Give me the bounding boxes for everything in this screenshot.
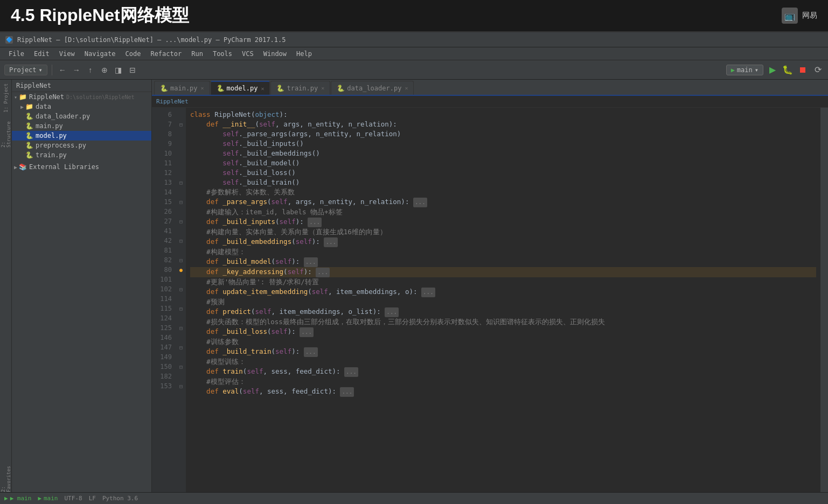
toolbar-up-btn[interactable]: ↑ [85,64,96,76]
toolbar: Project ▾ ← → ↑ ⊕ ◨ ⊟ ▶ main ▾ ▶ 🐛 ⏹ ⟳ [0,60,828,80]
pycharm-icon: 🔷 [5,36,13,44]
right-scrollbar[interactable] [820,108,828,492]
status-utf8: UTF-8 [65,495,82,502]
code-line-80: def _key_addressing(self): ... [190,267,816,277]
gutter-fold-147[interactable]: ⊟ [177,342,185,352]
menu-help[interactable]: Help [292,49,316,59]
gutter-fold-27[interactable]: ⊟ [177,216,185,226]
project-dropdown-arrow: ▾ [39,66,43,74]
status-bar: ▶ ▶ main ▶ main UTF-8 LF Python 3.6 [0,492,828,504]
toolbar-split-btn[interactable]: ◨ [113,64,124,76]
gutter-fold-153[interactable]: ⊟ [177,381,185,391]
status-run2-label: main [44,495,58,502]
run-button[interactable]: ▶ [767,64,778,76]
code-line-101: #更新'物品向量': 替换/求和/转置 [190,277,816,287]
tree-body: ▾ 📁 RippleNet D:\solution\RippleNet ▶ 📁 … [12,92,151,492]
gutter-fold-102[interactable]: ⊟ [177,284,185,294]
debug-button[interactable]: 🐛 [782,64,794,76]
menu-code[interactable]: Code [121,49,145,59]
status-run2-icon: ▶ [38,495,41,502]
toolbar-forward-btn[interactable]: → [71,64,82,76]
code-line-6: class RippleNet(object): [190,110,816,120]
stop-button[interactable]: ⏹ [797,64,809,76]
code-line-150: def train(self, sess, feed_dict): ... [190,367,816,377]
tab-label-data-loader: data_loader.py [347,85,401,92]
tab-close-data-loader[interactable]: ✕ [405,85,408,91]
gutter-fold-115[interactable]: ⊟ [177,304,185,313]
tree-item-train[interactable]: ▶ 🐍 train.py [12,150,151,160]
gutter-81 [177,246,185,255]
sidebar-item-project[interactable]: 1: Project [1,82,11,114]
run-config-arrow: ▾ [755,66,759,74]
main-layout: 1: Project 2: Structure 2: Favorites Rip… [0,80,828,492]
gutter-fold-82[interactable]: ⊟ [177,255,185,265]
toolbar-add-btn[interactable]: ⊕ [99,64,110,76]
toolbar-sep-1 [52,65,52,75]
tree-item-ext-libs[interactable]: ▶ 📚 External Libraries [12,162,151,172]
tree-arrow-model: ▶ [20,133,24,139]
tree-arrow-data: ▶ [20,104,24,110]
breadcrumb-ripplenet[interactable]: RippleNet [156,98,189,105]
tab-data-loader-py[interactable]: 🐍 data_loader.py ✕ [331,81,414,95]
toolbar-collapse-btn[interactable]: ⊟ [127,64,138,76]
code-line-15: def _parse_args(self, args, n_entity, n_… [190,197,816,207]
code-line-13: self._build_train() [190,178,816,187]
menu-run[interactable]: Run [187,49,207,59]
tree-label-data: data [36,103,51,110]
model-icon: 🐍 [25,132,33,139]
menu-refactor[interactable]: Refactor [146,49,186,59]
gutter-fold-7[interactable]: ⊟ [177,120,185,129]
gutter-146 [177,333,185,342]
file-tree: RippleNet ▾ 📁 RippleNet D:\solution\Ripp… [12,80,152,492]
tab-close-train[interactable]: ✕ [321,85,324,91]
gutter-41 [177,226,185,236]
sidebar-item-structure[interactable]: 2: Structure [1,115,11,148]
menu-tools[interactable]: Tools [208,49,236,59]
gutter-26 [177,207,185,216]
menu-vcs[interactable]: VCS [238,49,258,59]
code-line-7: def __init__(self, args, n_entity, n_rel… [190,120,816,129]
gutter-bp-80[interactable]: ● [177,265,185,275]
menu-file[interactable]: File [4,49,29,59]
gutter-fold-125[interactable]: ⊟ [177,323,185,333]
tree-arrow-train: ▶ [20,152,24,158]
tree-item-data-loader[interactable]: ▶ 🐍 data_loader.py [12,111,151,121]
gutter-114 [177,294,185,304]
tab-train-py[interactable]: 🐍 train.py ✕ [270,81,330,95]
toolbar-back-btn[interactable]: ← [57,64,68,76]
menu-view[interactable]: View [55,49,79,59]
tree-item-ripplenet[interactable]: ▾ 📁 RippleNet D:\solution\RippleNet [12,92,151,102]
gutter-fold-15[interactable]: ⊟ [177,197,185,207]
menu-window[interactable]: Window [259,49,291,59]
tree-item-main[interactable]: ▶ 🐍 main.py [12,121,151,131]
status-run-1: ▶ ▶ main [4,495,31,502]
menu-navigate[interactable]: Navigate [80,49,120,59]
tab-close-model[interactable]: ✕ [261,86,264,92]
gutter-124 [177,313,185,323]
code-line-124: #损失函数：模型的loss最终由三部分组成，在取对数后，三部分损失分别表示对数似… [190,317,816,327]
sidebar-item-favorites[interactable]: 2: Favorites [1,460,11,492]
gutter-fold-150[interactable]: ⊟ [177,362,185,372]
menu-edit[interactable]: Edit [30,49,54,59]
gutter-fold-42[interactable]: ⊟ [177,236,185,246]
tab-model-py[interactable]: 🐍 model.py ✕ [211,81,270,95]
tab-main-py[interactable]: 🐍 main.py ✕ [154,81,210,95]
tree-item-model[interactable]: ▶ 🐍 model.py [12,131,151,141]
tab-icon-data-loader: 🐍 [337,85,345,92]
tree-label-main: main.py [36,122,63,130]
tree-label-model: model.py [36,132,67,139]
code-line-41: #构建向量、实体向量、关系向量（直接生成16维的向量） [190,227,816,237]
tree-arrow: ▾ [14,94,17,100]
tree-label-data-loader: data_loader.py [36,113,90,120]
tree-item-data[interactable]: ▶ 📁 data [12,102,151,111]
tab-close-main[interactable]: ✕ [201,85,204,91]
tree-item-preprocess[interactable]: ▶ 🐍 preprocess.py [12,141,151,150]
gutter-fold-13[interactable]: ⊟ [177,178,185,187]
code-content[interactable]: class RippleNet(object): def __init__(se… [186,108,820,492]
project-dropdown[interactable]: Project ▾ [4,65,47,75]
rerun-button[interactable]: ⟳ [812,64,824,76]
logo-icon: 📺 [782,8,798,24]
code-line-114: #预测 [190,297,816,307]
run-config-selector[interactable]: ▶ main ▾ [726,65,763,75]
gutter-14 [177,187,185,197]
